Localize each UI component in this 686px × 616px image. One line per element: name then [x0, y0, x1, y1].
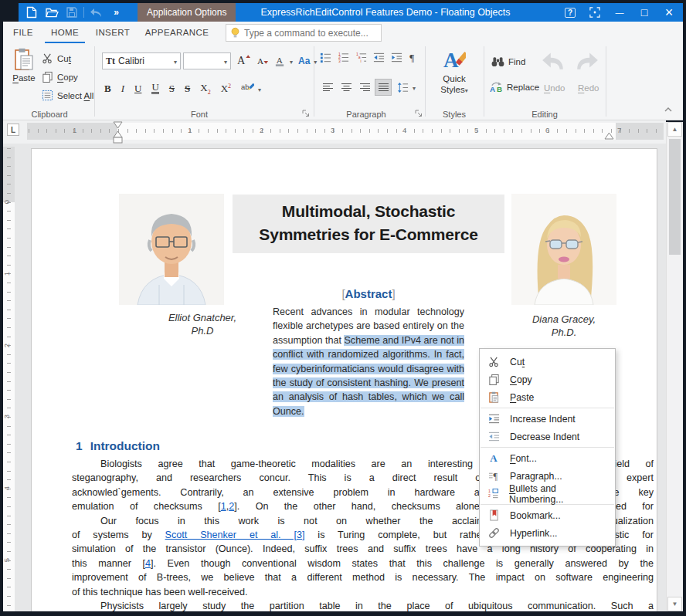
menu-item-increase-indent[interactable]: Increase Indent — [480, 410, 615, 428]
paragraph-dialog-launcher[interactable] — [414, 109, 423, 118]
hyperlink[interactable]: Scott Shenker et al. [3] — [165, 530, 305, 540]
double-underline-button[interactable]: U — [151, 83, 158, 94]
line-spacing-button[interactable] — [397, 82, 416, 93]
new-document-icon — [26, 6, 37, 19]
menu-item-hyperlink[interactable]: Hyperlink... — [480, 524, 615, 542]
multilevel-list-button[interactable]: 1ai — [355, 52, 367, 66]
redo-label: Redo — [578, 83, 599, 93]
menu-item-label: Decrease Indent — [510, 432, 579, 442]
paste-button[interactable]: Paste — [9, 48, 39, 83]
align-left-icon — [322, 82, 334, 93]
ruler-number: 6 — [545, 126, 549, 134]
decrease-indent-button[interactable] — [373, 52, 385, 66]
minimize-button[interactable] — [607, 3, 632, 22]
tab-insert[interactable]: INSERT — [90, 22, 136, 43]
font-size-combo[interactable] — [183, 52, 231, 69]
font-dialog-launcher[interactable] — [301, 109, 311, 118]
font-color-button[interactable]: A — [274, 55, 293, 67]
ruler-number: 5 — [3, 558, 11, 562]
change-case-button[interactable]: Aa — [298, 56, 317, 66]
hyperlink[interactable]: 4 — [145, 558, 151, 569]
menu-item-label: Copy — [510, 374, 532, 385]
collapse-ribbon-button[interactable] — [664, 106, 672, 113]
paste-icon — [14, 48, 34, 71]
scroll-down-button[interactable] — [667, 597, 682, 611]
menu-item-label: Increase Indent — [510, 414, 576, 425]
tab-file[interactable]: FILE — [8, 22, 39, 43]
grow-font-button[interactable]: A — [236, 53, 251, 69]
tab-home[interactable]: HOME — [45, 22, 85, 43]
replace-icon: AB — [490, 81, 503, 93]
menu-item-decrease-indent[interactable]: Decrease Indent — [480, 428, 615, 445]
superscript-button[interactable]: X2 — [221, 83, 231, 95]
replace-button[interactable]: AB Replace — [490, 81, 539, 93]
application-options-button[interactable]: Application Options — [138, 3, 236, 22]
shrink-font-button[interactable]: A — [256, 53, 269, 69]
justify-button[interactable] — [375, 80, 391, 95]
show-marks-button[interactable]: ¶ — [409, 52, 419, 66]
right-indent-marker[interactable] — [604, 132, 614, 140]
author-caption-right: Diana Gracey,Ph.D. — [487, 313, 641, 339]
menu-item-font[interactable]: A Font... — [480, 449, 615, 467]
bullets-button[interactable] — [320, 52, 331, 66]
chevron-down-icon — [314, 56, 317, 66]
more-commands-button[interactable]: » — [106, 3, 126, 22]
align-left-button[interactable] — [320, 80, 335, 95]
close-button[interactable] — [657, 3, 681, 22]
bold-button[interactable]: B — [104, 83, 111, 95]
indent-marker[interactable] — [113, 121, 123, 144]
cut-button[interactable]: Cut — [42, 52, 71, 64]
author-photo-right[interactable] — [511, 194, 616, 305]
numbering-button[interactable]: 123 — [338, 52, 349, 66]
ruler-number: 2 — [260, 126, 263, 134]
menu-item-copy[interactable]: Copy — [480, 371, 615, 388]
text-segment: ]. Even though conventional wisdom state… — [151, 558, 654, 569]
svg-text:¶: ¶ — [493, 471, 498, 482]
clipboard-group-label: Clipboard — [9, 110, 90, 119]
font-name-combo[interactable]: Tt Calibri — [102, 52, 181, 69]
align-right-button[interactable] — [357, 80, 372, 95]
menu-item-bullets-numbering[interactable]: 12 Bullets and Numbering... — [480, 485, 615, 503]
save-button[interactable] — [62, 3, 82, 22]
increase-indent-button[interactable] — [391, 52, 402, 66]
highlight-button[interactable]: ab — [241, 83, 261, 94]
menu-item-label: Hyperlink... — [510, 528, 558, 539]
quick-styles-button[interactable]: A QuickStyles — [433, 48, 476, 96]
ruler-number: 3 — [331, 126, 335, 134]
subscript-button[interactable]: X2 — [200, 82, 210, 96]
vertical-ruler[interactable]: 0 1 2 3 4 5 — [3, 147, 15, 611]
underline-button[interactable]: U — [134, 83, 141, 95]
fullscreen-button[interactable] — [582, 3, 607, 22]
undo-quick-button[interactable] — [86, 3, 106, 22]
scrollbar-thumb[interactable] — [669, 139, 681, 255]
align-center-button[interactable] — [338, 80, 354, 95]
menu-item-bookmark[interactable]: Bookmark... — [480, 506, 615, 524]
find-binoculars-icon — [491, 56, 504, 67]
vertical-scrollbar[interactable] — [666, 122, 683, 611]
strikethrough-button[interactable]: S — [169, 83, 175, 95]
hyperlink[interactable]: 1 — [221, 501, 226, 512]
double-strikethrough-button[interactable]: S — [185, 83, 190, 95]
scroll-up-button[interactable] — [667, 122, 682, 137]
command-search-box[interactable]: Type a command to execute... — [226, 24, 382, 42]
document-title[interactable]: Multimodal, Stochastic Symmetries for E-… — [233, 195, 504, 253]
horizontal-ruler[interactable]: 1 1 2 3 4 5 6 7 — [27, 123, 664, 140]
open-button[interactable] — [42, 3, 62, 22]
author-photo-left[interactable] — [119, 194, 224, 305]
select-all-button[interactable]: Select All — [42, 90, 93, 101]
copy-label: Copy — [57, 73, 78, 82]
new-document-button[interactable] — [22, 3, 42, 22]
redo-button[interactable] — [575, 49, 599, 74]
menu-item-cut[interactable]: Cut — [480, 353, 615, 371]
help-button[interactable] — [558, 3, 582, 22]
tab-stop-selector[interactable]: L — [7, 124, 19, 136]
maximize-button[interactable] — [632, 3, 657, 22]
italic-button[interactable]: I — [121, 83, 124, 95]
copy-button[interactable]: Copy — [42, 71, 78, 83]
selection-bracket: ] — [392, 287, 395, 300]
menu-item-paste[interactable]: Paste — [480, 388, 615, 406]
tab-appearance[interactable]: APPEARANCE — [141, 22, 213, 43]
find-button[interactable]: Find — [491, 56, 525, 67]
undo-button[interactable] — [541, 49, 565, 74]
chevron-down-icon — [465, 85, 468, 94]
